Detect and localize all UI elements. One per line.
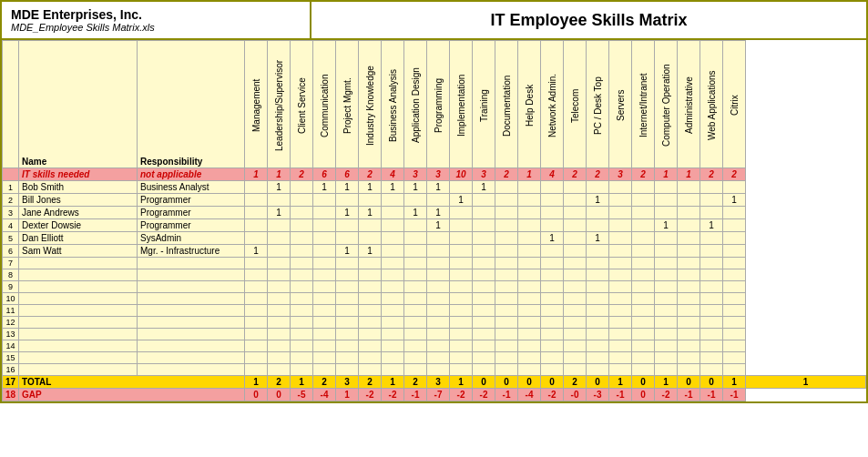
- skill-header-17: Internet/Intranet: [632, 41, 655, 168]
- emp-13-val-10: [473, 340, 495, 352]
- emp-2-val-19: [678, 207, 700, 219]
- emp-3-val-9: [450, 219, 473, 232]
- employee-row-10: 11: [3, 305, 866, 317]
- emp-0-val-17: [632, 181, 655, 194]
- emp-4-val-21: [723, 232, 746, 245]
- emp-4-val-20: [700, 232, 723, 245]
- emp-12-val-11: [495, 329, 518, 340]
- emp-11-val-10: [473, 317, 495, 329]
- needed-val-15: 2: [587, 168, 609, 181]
- emp-2-val-8: 1: [427, 207, 450, 219]
- emp-11-val-5: [359, 317, 382, 329]
- emp-3-val-1: [268, 219, 291, 232]
- emp-10-val-12: [518, 305, 541, 317]
- emp-4-val-10: [473, 232, 495, 245]
- header-area: MDE Enterprises, Inc. MDE_Employee Skill…: [0, 0, 868, 40]
- employee-row-8: 9: [3, 281, 866, 293]
- emp-5-val-0: 1: [245, 245, 268, 258]
- emp-11-val-11: [495, 317, 518, 329]
- needed-responsibility: not applicable: [138, 168, 245, 181]
- emp-7-val-17: [632, 269, 655, 281]
- emp-0-val-6: 1: [382, 181, 404, 194]
- emp-15-val-21: [723, 364, 746, 376]
- emp-10-val-21: [723, 305, 746, 317]
- employee-row-2: 3Jane AndrewsProgrammer11111: [3, 207, 866, 219]
- gap-index: 18: [3, 389, 19, 401]
- emp-9-val-8: [427, 293, 450, 305]
- emp-4-val-18: [655, 232, 678, 245]
- needed-val-11: 2: [495, 168, 518, 181]
- emp-13-val-6: [382, 340, 404, 352]
- employee-resp-2: Programmer: [138, 207, 245, 219]
- emp-9-val-4: [336, 293, 359, 305]
- emp-11-val-4: [336, 317, 359, 329]
- emp-2-val-5: 1: [359, 207, 382, 219]
- emp-10-val-19: [678, 305, 700, 317]
- emp-14-val-1: [268, 352, 291, 364]
- emp-1-val-13: [541, 194, 564, 207]
- emp-7-val-9: [450, 269, 473, 281]
- matrix-container: Name Responsibility ManagementLeadership…: [0, 40, 868, 403]
- total-val-2: 1: [291, 376, 313, 389]
- emp-7-val-6: [382, 269, 404, 281]
- emp-7-val-15: [587, 269, 609, 281]
- emp-6-val-17: [632, 258, 655, 269]
- emp-8-val-11: [495, 281, 518, 293]
- employee-name-8: [19, 281, 138, 293]
- emp-1-val-17: [632, 194, 655, 207]
- emp-9-val-15: [587, 293, 609, 305]
- emp-15-val-2: [291, 364, 313, 376]
- emp-2-val-3: [313, 207, 336, 219]
- needed-val-3: 6: [313, 168, 336, 181]
- emp-8-val-13: [541, 281, 564, 293]
- row-num-12: 13: [3, 329, 19, 340]
- needed-val-4: 6: [336, 168, 359, 181]
- emp-14-val-2: [291, 352, 313, 364]
- total-val-0: 1: [245, 376, 268, 389]
- emp-2-val-12: [518, 207, 541, 219]
- emp-2-val-20: [700, 207, 723, 219]
- emp-10-val-10: [473, 305, 495, 317]
- emp-8-val-8: [427, 281, 450, 293]
- skill-header-11: Documentation: [495, 41, 518, 168]
- emp-7-val-18: [655, 269, 678, 281]
- employee-resp-15: [138, 364, 245, 376]
- employee-resp-10: [138, 305, 245, 317]
- emp-10-val-8: [427, 305, 450, 317]
- emp-3-val-19: [678, 219, 700, 232]
- employee-row-0: 1Bob SmithBusiness Analyst11111111: [3, 181, 866, 194]
- emp-13-val-4: [336, 340, 359, 352]
- needed-val-10: 3: [473, 168, 495, 181]
- emp-9-val-1: [268, 293, 291, 305]
- emp-11-val-16: [609, 317, 632, 329]
- employee-resp-0: Business Analyst: [138, 181, 245, 194]
- emp-14-val-18: [655, 352, 678, 364]
- emp-14-val-9: [450, 352, 473, 364]
- skill-header-10: Training: [473, 41, 495, 168]
- emp-4-val-15: 1: [587, 232, 609, 245]
- needed-row: IT skills needed not applicable112662433…: [3, 168, 866, 181]
- emp-10-val-20: [700, 305, 723, 317]
- emp-10-val-16: [609, 305, 632, 317]
- needed-val-2: 2: [291, 168, 313, 181]
- emp-3-val-21: [723, 219, 746, 232]
- row-num-10: 11: [3, 305, 19, 317]
- emp-9-val-0: [245, 293, 268, 305]
- employee-name-6: [19, 258, 138, 269]
- emp-12-val-6: [382, 329, 404, 340]
- emp-12-val-12: [518, 329, 541, 340]
- emp-5-val-2: [291, 245, 313, 258]
- emp-10-val-13: [541, 305, 564, 317]
- emp-3-val-7: [404, 219, 427, 232]
- emp-9-val-17: [632, 293, 655, 305]
- emp-9-val-7: [404, 293, 427, 305]
- emp-12-val-3: [313, 329, 336, 340]
- emp-15-val-20: [700, 364, 723, 376]
- employee-resp-14: [138, 352, 245, 364]
- emp-7-val-12: [518, 269, 541, 281]
- emp-4-val-9: [450, 232, 473, 245]
- emp-3-val-10: [473, 219, 495, 232]
- emp-6-val-8: [427, 258, 450, 269]
- emp-10-val-3: [313, 305, 336, 317]
- skill-header-12: Help Desk: [518, 41, 541, 168]
